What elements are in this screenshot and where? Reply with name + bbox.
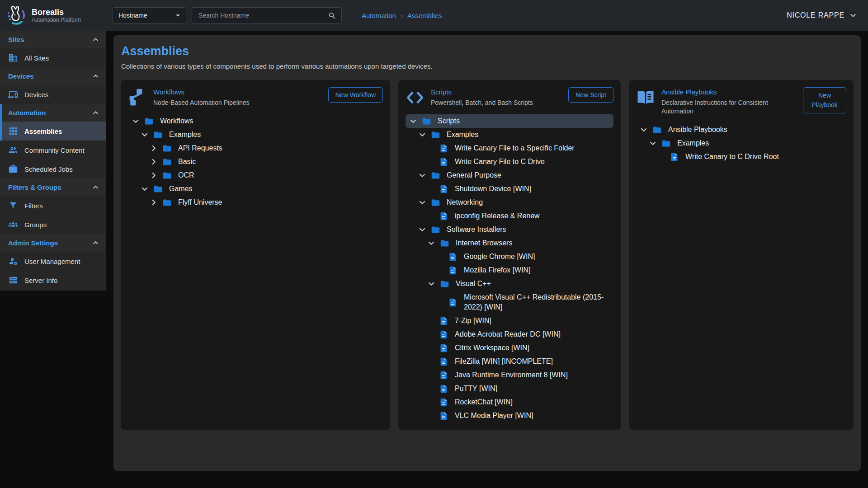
file-icon	[439, 384, 448, 394]
tree-file[interactable]: VLC Media Player [WIN]	[406, 409, 613, 422]
sidebar-item-server-info[interactable]: Server Info	[0, 271, 106, 290]
sidebar-item-label: Devices	[24, 91, 48, 99]
tree-view: WorkflowsExamplesAPI RequestsBasicOCRGam…	[128, 114, 383, 209]
tree-file[interactable]: Write Canary File to a Specific Folder	[406, 141, 613, 155]
user-menu[interactable]: NICOLE RAPPE	[787, 11, 856, 19]
new-scripts-button[interactable]: New Script	[568, 87, 613, 103]
chevron-down-icon[interactable]	[141, 185, 149, 193]
chevron-down-icon[interactable]	[409, 117, 417, 125]
assemblies-panel: Assemblies Collections of various types …	[113, 35, 861, 471]
new-workflows-button[interactable]: New Workflow	[328, 87, 383, 103]
tree-indent-spacer	[427, 412, 435, 420]
breadcrumb-assemblies[interactable]: Assemblies	[407, 12, 442, 19]
chevron-down-icon[interactable]	[427, 280, 435, 288]
chevron-down-icon[interactable]	[640, 126, 648, 134]
sidebar-section-sites[interactable]: Sites	[0, 31, 106, 48]
tree-item-label: Write Canary File to C Drive	[455, 157, 545, 167]
tree-folder[interactable]: Scripts	[406, 114, 613, 128]
file-icon	[439, 398, 448, 407]
tree-folder[interactable]: Flyff Universe	[128, 196, 383, 209]
tree-folder[interactable]: Games	[128, 182, 383, 196]
tree-indent-spacer	[427, 158, 435, 166]
tree-folder[interactable]: Examples	[406, 128, 613, 141]
search-input[interactable]	[198, 11, 328, 19]
sidebar-item-groups[interactable]: Groups	[0, 215, 106, 234]
tree-folder[interactable]: API Requests	[128, 141, 383, 155]
hostname-select[interactable]: Hostname	[113, 7, 186, 23]
tree-file[interactable]: Java Runtime Environment 8 [WIN]	[406, 368, 613, 382]
tree-folder[interactable]: Ansible Playbooks	[636, 123, 846, 136]
sidebar-section-admin-settings[interactable]: Admin Settings	[0, 234, 106, 252]
filter-icon	[8, 201, 18, 211]
tree-file[interactable]: FileZilla [WIN] [INCOMPLETE]	[406, 355, 613, 368]
folder-icon	[162, 171, 172, 180]
tree-file[interactable]: Mozilla Firefox [WIN]	[406, 263, 613, 277]
folder-icon	[652, 125, 662, 135]
chevron-right-icon[interactable]	[150, 158, 158, 166]
tree-folder[interactable]: Workflows	[128, 114, 383, 128]
sidebar-item-community-content[interactable]: Community Content	[0, 141, 106, 160]
file-icon	[439, 184, 448, 194]
tree-folder[interactable]: Networking	[406, 196, 613, 209]
tree-file[interactable]: ipconfig Release & Renew	[406, 209, 613, 223]
tree-folder[interactable]: Basic	[128, 155, 383, 169]
tree-item-label: API Requests	[178, 143, 222, 153]
tree-folder[interactable]: General Purpose	[406, 169, 613, 182]
folder-icon	[422, 117, 431, 126]
chevron-down-icon[interactable]	[418, 225, 426, 234]
tree-folder[interactable]: OCR	[128, 169, 383, 182]
sidebar-item-filters[interactable]: Filters	[0, 196, 106, 215]
breadcrumb: Automation › Assemblies	[362, 12, 442, 19]
sidebar: SitesAll SitesDevicesDevicesAutomationAs…	[0, 31, 106, 291]
sidebar-item-user-management[interactable]: User Management	[0, 252, 106, 271]
tree-indent-spacer	[427, 344, 435, 352]
tree-view: ScriptsExamplesWrite Canary File to a Sp…	[406, 114, 613, 422]
tree-item-label: Flyff Universe	[178, 197, 222, 207]
sidebar-item-assemblies[interactable]: Assemblies	[0, 122, 106, 141]
brand: Borealis Automation Platform	[0, 5, 106, 26]
file-icon	[439, 157, 448, 167]
tree-folder[interactable]: Examples	[636, 136, 846, 150]
search-icon[interactable]	[328, 12, 336, 19]
sidebar-section-devices[interactable]: Devices	[0, 67, 106, 85]
tree-file[interactable]: Shutdown Device [WIN]	[406, 182, 613, 196]
folder-icon	[440, 239, 449, 248]
new-ansible-playbooks-button[interactable]: New Playbook	[803, 87, 846, 113]
tree-folder[interactable]: Visual C++	[406, 277, 613, 291]
hostname-search	[192, 7, 342, 23]
sidebar-item-all-sites[interactable]: All Sites	[0, 48, 106, 67]
tree-file[interactable]: Adobe Acrobat Reader DC [WIN]	[406, 328, 613, 341]
tree-folder[interactable]: Software Installers	[406, 223, 613, 236]
chevron-down-icon[interactable]	[418, 131, 426, 139]
tree-file[interactable]: Citrix Workspace [WIN]	[406, 341, 613, 355]
chevron-down-icon[interactable]	[649, 139, 657, 147]
sidebar-section-filters-groups[interactable]: Filters & Groups	[0, 178, 106, 196]
file-icon	[448, 298, 458, 307]
sidebar-item-scheduled-jobs[interactable]: Scheduled Jobs	[0, 160, 106, 178]
tree-file[interactable]: Google Chrome [WIN]	[406, 250, 613, 263]
chevron-down-icon[interactable]	[418, 198, 426, 206]
tree-file[interactable]: RocketChat [WIN]	[406, 395, 613, 409]
card-ansible-playbooks: Ansible PlaybooksDeclarative Instruction…	[629, 80, 854, 430]
breadcrumb-automation[interactable]: Automation	[362, 12, 396, 19]
tree-file[interactable]: 7-Zip [WIN]	[406, 314, 613, 328]
sidebar-section-automation[interactable]: Automation	[0, 104, 106, 122]
tree-file[interactable]: Microsoft Visual C++ Redistributable (20…	[406, 291, 613, 314]
chevron-down-icon[interactable]	[132, 117, 140, 125]
sidebar-item-label: Server Info	[24, 277, 57, 284]
sidebar-item-devices[interactable]: Devices	[0, 85, 106, 104]
chevron-up-icon	[92, 36, 99, 43]
user-gear-icon	[8, 256, 18, 266]
tree-folder[interactable]: Internet Browsers	[406, 236, 613, 250]
chevron-down-icon[interactable]	[141, 131, 149, 139]
chevron-down-icon[interactable]	[418, 171, 426, 179]
tree-file[interactable]: PuTTY [WIN]	[406, 382, 613, 395]
chevron-down-icon[interactable]	[427, 239, 435, 247]
file-icon	[439, 211, 448, 221]
chevron-right-icon[interactable]	[150, 144, 158, 152]
chevron-right-icon[interactable]	[150, 171, 158, 179]
tree-folder[interactable]: Examples	[128, 128, 383, 141]
tree-file[interactable]: Write Canary File to C Drive	[406, 155, 613, 169]
chevron-right-icon[interactable]	[150, 198, 158, 206]
tree-file[interactable]: Write Canary to C Drive Root	[636, 150, 846, 164]
